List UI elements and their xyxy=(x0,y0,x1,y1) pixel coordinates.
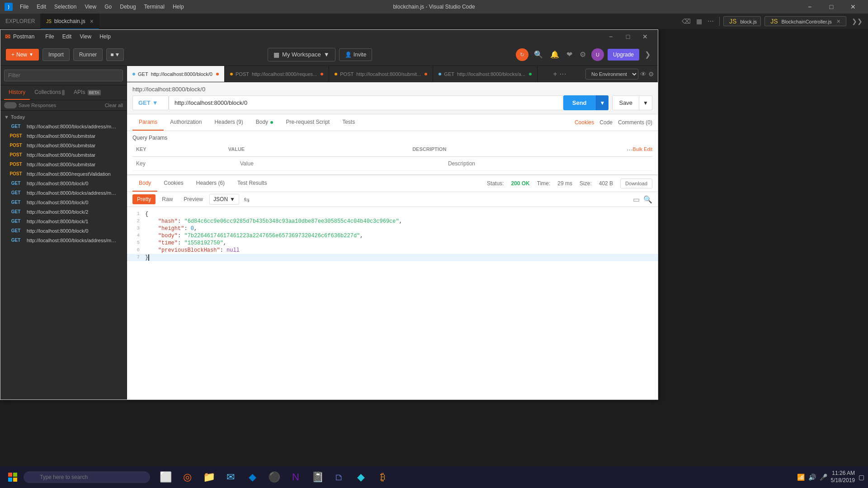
sidebar-tab-apis[interactable]: APIs BETA xyxy=(69,85,105,100)
taskbar-item-store[interactable]: 🗅 xyxy=(329,467,349,487)
layout-icon[interactable]: ▦ xyxy=(694,17,704,26)
request-tab-2[interactable]: POST http://localhost:8000/submit... xyxy=(329,66,433,82)
pm-menu-view[interactable]: View xyxy=(76,33,95,41)
description-input[interactable] xyxy=(444,159,519,169)
settings-icon[interactable]: ⚙ xyxy=(578,48,588,61)
menu-view[interactable]: View xyxy=(81,3,100,11)
params-tab-body[interactable]: Body xyxy=(250,114,280,131)
add-tab-icon[interactable]: + xyxy=(553,70,557,78)
mic-icon[interactable]: 🎤 xyxy=(820,474,827,481)
cookies-link[interactable]: Cookies xyxy=(575,119,594,126)
resp-tab-headers[interactable]: Headers (6) xyxy=(190,175,231,192)
menu-terminal[interactable]: Terminal xyxy=(141,3,168,11)
menu-help[interactable]: Help xyxy=(169,3,188,11)
more-options-icon[interactable]: ❯ xyxy=(643,48,652,61)
maximize-button[interactable]: □ xyxy=(821,0,842,14)
download-button[interactable]: Download xyxy=(620,178,652,188)
invite-button[interactable]: 👤 Invite xyxy=(339,48,373,61)
runner-button[interactable]: Runner xyxy=(73,48,103,61)
pm-menu-file[interactable]: File xyxy=(42,33,57,41)
tab-close-icon[interactable]: × xyxy=(90,18,94,25)
taskbar-item-notebook[interactable]: 📓 xyxy=(307,467,327,487)
list-item[interactable]: GET http://localhost:8000/block/0 xyxy=(0,226,127,235)
filter-input[interactable] xyxy=(4,70,123,81)
value-input[interactable] xyxy=(236,159,311,169)
list-item[interactable]: GET http://localhost:8000/blocks/address… xyxy=(0,122,127,131)
list-item[interactable]: POST http://localhost:8000/submitstar xyxy=(0,131,127,141)
clear-all-button[interactable]: Clear all xyxy=(105,103,123,108)
tab-overflow-icon[interactable]: ❯❯ xyxy=(850,17,864,26)
more-tabs-icon[interactable]: ⋯ xyxy=(559,70,566,78)
list-item[interactable]: GET http://localhost:8000/block/0 xyxy=(0,178,127,188)
pm-close-button[interactable]: ✕ xyxy=(637,31,653,42)
start-button[interactable] xyxy=(4,468,22,486)
request-tab-1[interactable]: POST http://localhost:8000/reques... xyxy=(225,66,329,82)
list-item[interactable]: POST http://localhost:8000/submitstar xyxy=(0,150,127,160)
tab-block-js[interactable]: JSblock.js xyxy=(723,16,761,26)
params-tab-headers[interactable]: Headers (9) xyxy=(208,114,249,131)
params-tab-authorization[interactable]: Authorization xyxy=(164,114,208,131)
new-button[interactable]: + New ▼ xyxy=(6,49,39,61)
params-tab-pre-request[interactable]: Pre-request Script xyxy=(279,114,336,131)
url-input[interactable] xyxy=(169,95,563,110)
resp-tab-test-results[interactable]: Test Results xyxy=(231,175,273,192)
save-responses-toggle[interactable] xyxy=(4,102,17,108)
taskbar-item-explorer[interactable]: 📁 xyxy=(199,467,219,487)
environment-select[interactable]: No Environment xyxy=(585,69,638,80)
resp-body-tab-raw[interactable]: Raw xyxy=(157,194,177,204)
list-item[interactable]: GET http://localhost:8000/block/1 xyxy=(0,216,127,226)
pm-menu-help[interactable]: Help xyxy=(96,33,114,41)
more-icon[interactable]: ⋯ xyxy=(706,17,716,26)
pm-maximize-button[interactable]: □ xyxy=(620,31,636,42)
taskbar-search-input[interactable] xyxy=(24,471,150,483)
list-item[interactable]: POST http://localhost:8000/requestValida… xyxy=(0,169,127,178)
pm-menu-edit[interactable]: Edit xyxy=(59,33,75,41)
notification-icon[interactable]: ▢ xyxy=(859,474,864,481)
list-item[interactable]: GET http://localhost:8000/blocks/address… xyxy=(0,235,127,245)
heartbeat-icon[interactable]: ❤ xyxy=(565,48,574,61)
list-item[interactable]: GET http://localhost:8000/block/2 xyxy=(0,207,127,216)
minimize-button[interactable]: − xyxy=(799,0,820,14)
tab-blockchaincontroller-close-icon[interactable]: × xyxy=(835,17,842,26)
menu-go[interactable]: Go xyxy=(101,3,115,11)
key-input[interactable] xyxy=(132,159,208,169)
tab-blockchain-js[interactable]: JS blockchain.js × xyxy=(41,14,99,29)
eye-icon[interactable]: 👁 xyxy=(640,70,646,78)
params-tab-params[interactable]: Params xyxy=(132,114,164,131)
params-tab-tests[interactable]: Tests xyxy=(336,114,361,131)
menu-edit[interactable]: Edit xyxy=(33,3,50,11)
taskbar-item-task-view[interactable]: ⬜ xyxy=(156,467,175,487)
save-dropdown-button[interactable]: ▼ xyxy=(639,95,652,110)
split-editor-icon[interactable]: ⌫ xyxy=(680,17,693,26)
taskbar-item-vscode[interactable]: ◆ xyxy=(242,467,262,487)
tab-explorer[interactable]: EXPLORER xyxy=(0,14,41,29)
resp-tab-cookies[interactable]: Cookies xyxy=(157,175,189,192)
copy-icon[interactable]: ▭ xyxy=(633,195,640,204)
menu-file[interactable]: File xyxy=(16,3,32,11)
taskbar-item-firefox[interactable]: ◎ xyxy=(177,467,197,487)
save-button[interactable]: Save xyxy=(612,95,639,110)
import-button[interactable]: Import xyxy=(42,48,70,61)
volume-icon[interactable]: 🔊 xyxy=(808,474,816,481)
format-select[interactable]: JSON ▼ xyxy=(209,194,239,205)
resp-body-tab-preview[interactable]: Preview xyxy=(179,194,208,204)
sync-icon[interactable]: ↻ xyxy=(516,48,528,61)
toolbar-extra-button[interactable]: ■ ▼ xyxy=(106,48,124,61)
send-button[interactable]: Send xyxy=(563,95,596,110)
request-tab-0[interactable]: GET http://localhost:8000/block/0 xyxy=(127,66,225,82)
avatar[interactable]: U xyxy=(591,48,604,61)
list-item[interactable]: POST http://localhost:8000/submitstar xyxy=(0,141,127,150)
upgrade-button[interactable]: Upgrade xyxy=(608,49,639,61)
taskbar-item-app1[interactable]: ◆ xyxy=(351,467,371,487)
resp-tab-body[interactable]: Body xyxy=(132,175,157,192)
tab-blockchaincontroller-js[interactable]: JSBlockchainController.js × xyxy=(764,16,846,26)
close-button[interactable]: ✕ xyxy=(843,0,863,14)
taskbar-item-chrome[interactable]: ⚫ xyxy=(264,467,284,487)
menu-selection[interactable]: Selection xyxy=(51,3,80,11)
workspace-button[interactable]: ▦ My Workspace ▼ xyxy=(268,48,335,61)
notifications-icon[interactable]: 🔔 xyxy=(548,48,561,61)
list-item[interactable]: GET http://localhost:8000/block/0 xyxy=(0,197,127,207)
taskbar-item-onenote[interactable]: N xyxy=(286,467,306,487)
sidebar-tab-history[interactable]: History xyxy=(4,85,30,100)
pm-minimize-button[interactable]: − xyxy=(603,31,619,42)
